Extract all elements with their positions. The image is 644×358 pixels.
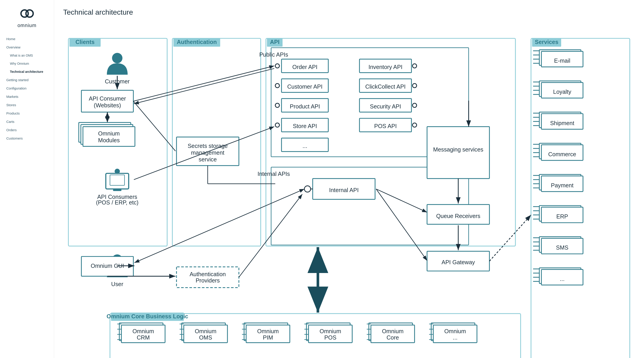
svg-text:OMS: OMS [199, 334, 212, 341]
sidebar: omnium HomeOverviewWhat is an OMSWhy Omn… [0, 0, 54, 358]
svg-text:Omnium: Omnium [98, 130, 120, 137]
svg-point-63 [275, 64, 279, 68]
svg-text:Omnium: Omnium [320, 328, 341, 334]
svg-text:Clients: Clients [76, 39, 94, 45]
svg-line-211 [239, 194, 302, 277]
svg-line-206 [490, 215, 531, 261]
svg-text:Authentication: Authentication [190, 271, 226, 277]
svg-point-70 [412, 123, 416, 127]
svg-text:ClickCollect API: ClickCollect API [365, 83, 406, 90]
svg-text:Order API: Order API [292, 64, 318, 70]
svg-text:Messaging services: Messaging services [433, 146, 483, 153]
svg-text:POS API: POS API [374, 123, 397, 129]
svg-point-1 [26, 10, 33, 17]
svg-text:User: User [111, 281, 124, 287]
svg-text:Customer API: Customer API [287, 83, 322, 90]
svg-text:Public APIs: Public APIs [259, 51, 288, 58]
svg-text:API: API [270, 39, 279, 45]
svg-text:Omnium: Omnium [195, 328, 216, 334]
svg-text:Omnium Core Business Logic: Omnium Core Business Logic [106, 313, 188, 320]
svg-line-197 [134, 68, 274, 104]
logo-area: omnium [0, 5, 54, 35]
sidebar-item-stores[interactable]: Stores [0, 101, 54, 109]
svg-text:Omnium: Omnium [382, 328, 404, 334]
svg-point-65 [275, 103, 279, 107]
svg-text:Shipment: Shipment [550, 120, 574, 126]
svg-text:Queue Receivers: Queue Receivers [436, 213, 480, 219]
svg-line-195 [133, 101, 176, 151]
svg-point-32 [115, 169, 120, 174]
svg-text:Omnium: Omnium [132, 328, 154, 334]
svg-line-196 [133, 66, 274, 101]
svg-point-69 [412, 103, 416, 107]
svg-text:CRM: CRM [137, 334, 150, 341]
sidebar-item-why-omnium[interactable]: Why Omnium [0, 59, 54, 68]
svg-text:Store API: Store API [293, 123, 317, 129]
svg-text:Omnium: Omnium [444, 328, 466, 334]
svg-text:Product API: Product API [290, 103, 320, 110]
svg-point-67 [412, 64, 416, 68]
svg-line-198 [134, 127, 274, 180]
svg-text:Commerce: Commerce [548, 151, 576, 157]
svg-rect-30 [106, 173, 128, 189]
svg-text:Omnium: Omnium [257, 328, 279, 334]
svg-text:(POS / ERP, etc): (POS / ERP, etc) [96, 199, 138, 206]
svg-text:...: ... [302, 143, 307, 149]
sidebar-item-orders[interactable]: Orders [0, 126, 54, 134]
svg-text:POS: POS [324, 334, 336, 341]
svg-text:(Websites): (Websites) [94, 102, 121, 108]
sidebar-item-configuration[interactable]: Configuration [0, 84, 54, 92]
arch-svg: Clients Authentication API Services Cust… [63, 23, 635, 358]
svg-line-205 [376, 189, 427, 261]
svg-text:PIM: PIM [263, 334, 273, 341]
svg-text:API Gateway: API Gateway [442, 259, 475, 265]
svg-text:Services: Services [535, 39, 558, 45]
svg-point-64 [275, 84, 279, 88]
svg-text:ERP: ERP [556, 213, 568, 220]
svg-text:Payment: Payment [551, 182, 574, 188]
svg-rect-33 [113, 189, 122, 191]
page-title: Technical architecture [63, 8, 635, 16]
svg-text:Providers: Providers [196, 277, 220, 284]
sidebar-item-what-is-an-oms[interactable]: What is an OMS [0, 51, 54, 59]
svg-text:API Consumer: API Consumer [89, 95, 126, 102]
logo-text: omnium [17, 22, 36, 28]
sidebar-item-technical-architecture[interactable]: Technical architecture [0, 68, 54, 76]
svg-text:SMS: SMS [556, 244, 568, 251]
svg-text:Inventory API: Inventory API [368, 64, 402, 70]
svg-text:...: ... [560, 276, 564, 282]
svg-text:API Consumers: API Consumers [97, 194, 137, 200]
svg-text:Internal API: Internal API [329, 187, 358, 193]
svg-line-204 [376, 189, 427, 212]
sidebar-item-customers[interactable]: Customers [0, 134, 54, 142]
sidebar-item-home[interactable]: Home [0, 35, 54, 43]
sidebar-item-markets[interactable]: Markets [0, 92, 54, 101]
svg-text:Authentication: Authentication [177, 39, 216, 45]
svg-rect-31 [110, 175, 124, 185]
svg-text:E-mail: E-mail [554, 57, 570, 64]
sidebar-item-getting-started[interactable]: Getting started [0, 76, 54, 84]
svg-text:Loyalty: Loyalty [553, 89, 571, 95]
svg-text:Core: Core [386, 334, 399, 341]
svg-line-212 [134, 189, 304, 263]
architecture-diagram: Clients Authentication API Services Cust… [63, 23, 635, 358]
svg-text:Internal APIs: Internal APIs [258, 171, 290, 177]
svg-text:Security API: Security API [370, 103, 401, 110]
main-content: Technical architecture Cli [54, 0, 644, 358]
sidebar-item-products[interactable]: Products [0, 109, 54, 117]
omnium-logo-icon [19, 5, 35, 22]
svg-text:service: service [198, 156, 216, 163]
svg-text:Secrets storage: Secrets storage [188, 143, 228, 149]
svg-point-66 [275, 123, 279, 127]
nav-list: HomeOverviewWhat is an OMSWhy OmniumTech… [0, 35, 54, 142]
svg-text:Modules: Modules [98, 137, 120, 143]
svg-point-68 [412, 84, 416, 88]
sidebar-item-carts[interactable]: Carts [0, 117, 54, 126]
sidebar-item-overview[interactable]: Overview [0, 43, 54, 51]
svg-text:...: ... [453, 334, 458, 341]
svg-point-75 [304, 186, 311, 192]
svg-point-18 [112, 53, 122, 63]
svg-text:management: management [191, 149, 224, 156]
